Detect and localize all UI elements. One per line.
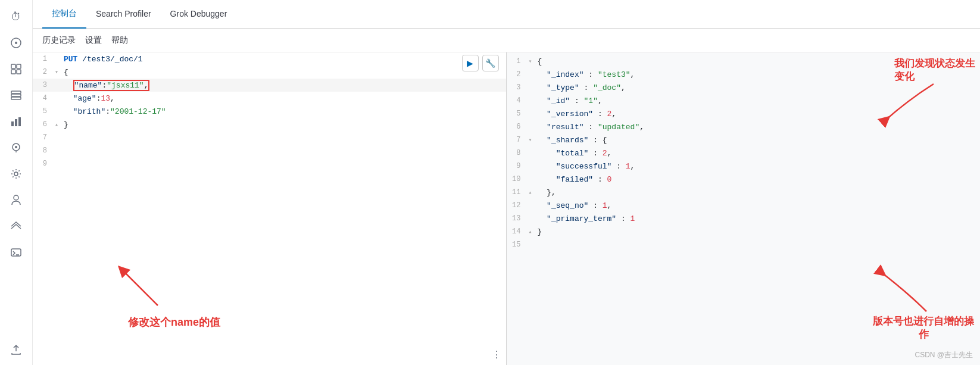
svg-rect-5 (17, 70, 21, 74)
svg-rect-6 (11, 91, 21, 93)
top-tabs: 控制台 Search Profiler Grok Debugger (33, 0, 980, 29)
svg-rect-8 (11, 97, 21, 99)
code-line-7: 7 (33, 131, 506, 144)
gear-icon[interactable] (5, 163, 27, 185)
right-panel-wrapper: 1 ▾ { 2 "_index" : "test3", 3 (507, 52, 981, 365)
clock-icon[interactable]: ⏱ (5, 6, 27, 27)
right-code-editor: 1 ▾ { 2 "_index" : "test3", 3 (507, 52, 981, 365)
person-icon[interactable] (5, 189, 27, 211)
bar-chart-icon[interactable] (5, 111, 27, 132)
r-line-10: 10 "failed" : 0 (507, 173, 981, 186)
settings-button[interactable]: 设置 (85, 35, 102, 46)
svg-rect-4 (11, 70, 15, 74)
left-panel: ▶ 🔧 1 PUT /test3/_doc/1 (33, 52, 507, 365)
code-line-8: 8 (33, 144, 506, 157)
map-icon[interactable] (5, 137, 27, 158)
r-line-13: 13 "_primary_term" : 1 (507, 212, 981, 225)
r-line-3: 3 "_type" : "_doc", (507, 81, 981, 94)
code-line-1: 1 PUT /test3/_doc/1 (33, 52, 506, 65)
code-line-9: 9 (33, 157, 506, 170)
code-line-4: 4 "age":13, (33, 92, 506, 105)
r-line-7: 7 ▾ "_shards" : { (507, 133, 981, 146)
svg-rect-10 (15, 119, 17, 126)
code-line-3: 3 "name":"jsxs11", (33, 79, 506, 92)
upload-icon[interactable] (5, 339, 27, 360)
watermark: CSDN @吉士先生 (915, 350, 973, 360)
svg-rect-9 (11, 121, 14, 126)
run-button[interactable]: ▶ (462, 55, 479, 71)
r-line-8: 8 "total" : 2, (507, 146, 981, 160)
compass-icon[interactable] (5, 32, 27, 54)
left-panel-wrapper: ▶ 🔧 1 PUT /test3/_doc/1 (33, 52, 507, 365)
r-line-4: 4 "_id" : "1", (507, 94, 981, 107)
tab-console[interactable]: 控制台 (42, 0, 86, 29)
left-code-editor[interactable]: 1 PUT /test3/_doc/1 2 ▾ { (33, 52, 506, 365)
more-options-button[interactable]: ⋮ (492, 349, 501, 360)
code-line-5: 5 "brith":"2001-12-17" (33, 105, 506, 118)
svg-point-15 (14, 172, 18, 176)
r-line-12: 12 "_seq_no" : 1, (507, 199, 981, 212)
r-line-6: 6 "result" : "updated", (507, 120, 981, 133)
svg-rect-7 (11, 94, 21, 96)
svg-point-1 (15, 42, 17, 44)
right-panel: 1 ▾ { 2 "_index" : "test3", 3 (507, 52, 981, 365)
layers-icon[interactable] (5, 216, 27, 237)
history-button[interactable]: 历史记录 (42, 35, 76, 46)
svg-rect-3 (17, 64, 21, 68)
help-button[interactable]: 帮助 (111, 35, 128, 46)
r-line-9: 9 "successful" : 1, (507, 160, 981, 173)
code-line-2: 2 ▾ { (33, 65, 506, 79)
r-line-11: 11 ▴ }, (507, 186, 981, 199)
r-line-14: 14 ▴ } (507, 225, 981, 238)
toolbar: 历史记录 设置 帮助 (33, 29, 980, 52)
r-line-1: 1 ▾ { (507, 55, 981, 68)
tab-grok-debugger[interactable]: Grok Debugger (161, 1, 237, 28)
wrench-button[interactable]: 🔧 (482, 55, 499, 71)
terminal-icon[interactable] (5, 242, 27, 263)
svg-rect-2 (11, 64, 15, 68)
editor-actions: ▶ 🔧 (462, 55, 499, 71)
code-line-6: 6 ▴ } (33, 118, 506, 131)
dashboard-icon[interactable] (5, 58, 27, 80)
app-layout: ⏱ 控制 (0, 0, 980, 365)
sidebar: ⏱ (0, 0, 33, 365)
editor-area: ▶ 🔧 1 PUT /test3/_doc/1 (33, 52, 980, 365)
svg-point-13 (15, 146, 17, 148)
left-editor-container: ▶ 🔧 1 PUT /test3/_doc/1 (33, 52, 506, 365)
svg-point-16 (14, 195, 18, 200)
main-content: 控制台 Search Profiler Grok Debugger 历史记录 设… (33, 0, 980, 365)
r-line-5: 5 "_version" : 2, (507, 107, 981, 120)
r-line-15: 15 (507, 238, 981, 251)
r-line-2: 2 "_index" : "test3", (507, 68, 981, 81)
svg-rect-11 (18, 117, 21, 126)
tab-search-profiler[interactable]: Search Profiler (86, 1, 161, 28)
stack-icon[interactable] (5, 85, 27, 106)
